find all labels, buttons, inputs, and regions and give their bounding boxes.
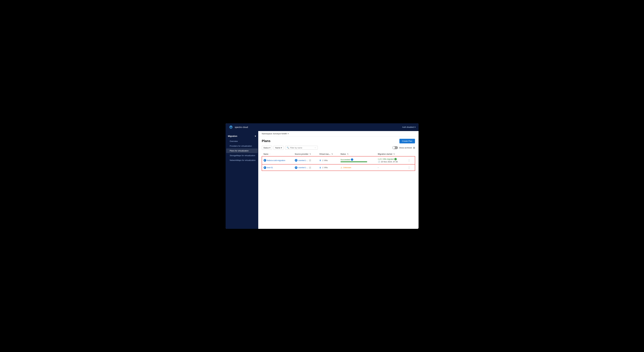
row2-source-tag-icon: ⬜ [309,166,311,169]
row2-vm-count: 🖥 1 VMs [319,166,337,169]
col-actions [405,152,415,156]
row2-vm-icon: 🖥 [319,166,321,169]
table-body: P fedora-cold-migration P vcenter1-... ⬜ [262,156,415,171]
auth-disabled-button[interactable]: Auth disabled ▾ [402,126,416,128]
row1-status-cell: Succeeded i [339,156,376,164]
sidebar: Migration ▾ Overview Providers for virtu… [226,131,258,229]
row2-kebab-menu[interactable]: ⋮ [407,166,411,169]
sort-source-icon[interactable]: ⇅ [310,153,311,155]
create-plan-button[interactable]: Create Plan [400,139,415,143]
name-filter[interactable]: Name ▾ [274,146,284,150]
sort-vms-icon[interactable]: ⇅ [332,153,333,155]
plans-section: Plans Create Plan Status ▾ Name ▾ 🔍 [258,136,418,229]
search-icon: 🔍 [287,147,289,149]
spectro-cloud-logo-icon [228,125,233,130]
row1-migration-date: 🕐 20 Nov 2024, 07:30 [378,161,403,163]
table-view-icon[interactable]: ⊞ [413,146,415,149]
row1-source-cell: P vcenter1-... ⬜ [293,156,318,164]
row1-status: Succeeded i [340,158,374,161]
sidebar-migration-section: Migration ▾ [226,132,258,139]
row1-provider-cell: P vcenter1-... ⬜ [295,159,316,162]
row2-status: ⚠ Unknown [340,166,374,169]
sidebar-section-migration[interactable]: Migration ▾ [228,134,256,138]
col-name: Name ↑ [262,152,293,156]
col-status: Status ⇅ [339,152,376,156]
search-box: 🔍 → [285,146,318,150]
row2-name-link[interactable]: P test-01 [264,166,291,169]
row1-vm-count: 🖥 1 VMs [319,159,337,161]
show-archived-area: Show archived ⊞ [392,146,415,149]
svg-point-0 [230,128,231,128]
filters-bar: Status ▾ Name ▾ 🔍 → Show archived [262,146,415,150]
col-migration: Migration started ⇅ [376,152,405,156]
table-header: Name ↑ Source provider ⇅ Virtual mac... … [262,152,415,156]
row2-status-cell: ⚠ Unknown [339,164,376,171]
namespace-selector[interactable]: Namespace: konveyor-forklift ▾ [262,132,289,135]
sort-migration-icon[interactable]: ⇅ [393,153,395,155]
show-archived-toggle[interactable] [392,146,398,149]
row1-name-link[interactable]: P fedora-cold-migration [264,159,291,162]
sidebar-item-overview[interactable]: Overview [226,139,258,143]
row1-migration-count: 1 of 1 VMs migrated ✓ [378,158,403,160]
row2-provider-icon: P [264,166,266,169]
row1-status-info-icon: i [351,158,353,161]
row2-vcenter-icon: P [295,166,298,169]
name-caret-icon: ▾ [281,147,282,149]
table-row[interactable]: P test-01 P vcenter1-... ⬜ [262,164,415,171]
plans-header: Plans Create Plan [262,139,415,143]
app-window: spectro cloud Auth disabled ▾ Migration … [226,123,418,229]
row1-actions-cell: ⋮ [405,156,415,164]
plans-table: Name ↑ Source provider ⇅ Virtual mac... … [262,152,415,171]
row1-source-tag-icon: ⬜ [309,159,311,161]
row1-clock-icon: 🕐 [378,161,380,163]
row2-name-cell: P test-01 [262,164,293,171]
sort-name-icon[interactable]: ↑ [270,153,270,155]
main-layout: Migration ▾ Overview Providers for virtu… [226,131,418,229]
row2-actions-cell: ⋮ [405,164,415,171]
row1-check-icon: ✓ [394,158,397,160]
status-filter[interactable]: Status ▾ [262,146,272,150]
sidebar-item-providers[interactable]: Providers for virtualization [226,144,258,148]
plans-title: Plans [262,139,270,143]
sort-status-icon[interactable]: ⇅ [347,153,348,155]
row2-migration-cell: - [376,164,405,171]
row1-migration-cell: 1 of 1 VMs migrated ✓ 🕐 20 Nov 2024, 07:… [376,156,405,164]
logo-text: spectro cloud [235,126,248,128]
row1-migration-info: 1 of 1 VMs migrated ✓ 🕐 20 Nov 2024, 07:… [378,158,403,163]
row1-progress-bar [340,161,367,162]
row1-provider-icon: P [264,159,266,162]
top-bar: spectro cloud Auth disabled ▾ [226,123,418,131]
sidebar-item-plans[interactable]: Plans for virtualization [226,148,258,153]
search-input[interactable] [290,147,313,149]
namespace-bar: Namespace: konveyor-forklift ▾ [258,131,418,136]
row1-vm-icon: 🖥 [319,159,321,161]
status-caret-icon: ▾ [270,147,270,149]
row1-vms-cell: 🖥 1 VMs [318,156,339,164]
row2-source-cell: P vcenter1-... ⬜ [293,164,318,171]
row2-provider-cell: P vcenter1-... ⬜ [295,166,316,169]
row1-kebab-menu[interactable]: ⋮ [407,158,411,162]
row2-warn-icon: ⚠ [340,166,342,169]
col-vms: Virtual mac... ⇅ [318,152,339,156]
row2-vms-cell: 🖥 1 VMs [318,164,339,171]
show-archived-label: Show archived [399,147,412,149]
col-source: Source provider ⇅ [293,152,318,156]
sidebar-item-networkmaps[interactable]: NetworkMaps for virtualization [226,158,258,162]
sidebar-item-storagemaps[interactable]: StorageMaps for virtualization [226,153,258,158]
logo-area: spectro cloud [228,125,402,130]
row1-vcenter-icon: P [295,159,298,162]
namespace-caret-icon: ▾ [288,132,289,135]
row1-progress-fill [340,161,367,162]
search-arrow-icon: → [314,146,316,149]
content-area: Namespace: konveyor-forklift ▾ Plans Cre… [258,131,418,229]
table-row[interactable]: P fedora-cold-migration P vcenter1-... ⬜ [262,156,415,164]
row1-name-cell: P fedora-cold-migration [262,156,293,164]
